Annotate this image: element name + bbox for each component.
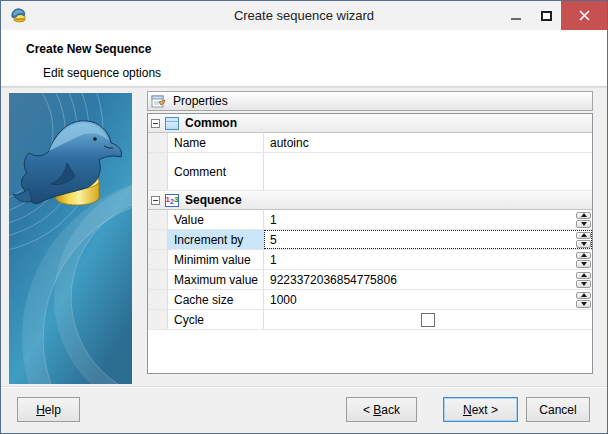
row-gutter <box>148 250 168 269</box>
spin-up-button[interactable] <box>576 292 591 300</box>
close-button[interactable] <box>561 1 607 30</box>
maximum-value-field[interactable]: 9223372036854775806 <box>264 270 575 289</box>
grid-empty-area <box>148 330 592 373</box>
down-arrow-icon <box>581 222 587 226</box>
cache-size-field[interactable]: 1000 <box>264 290 575 309</box>
sidebar-artwork <box>9 93 132 384</box>
group-header-common[interactable]: Common <box>148 114 592 133</box>
wizard-content: Properties Common Name autoinc <box>1 88 607 388</box>
row-gutter <box>148 270 168 289</box>
group-title: Common <box>185 116 237 130</box>
property-row-cycle[interactable]: Cycle <box>148 310 592 330</box>
properties-icon <box>151 94 166 109</box>
down-arrow-icon <box>581 242 587 246</box>
numeric-123-icon: 123 <box>165 194 179 207</box>
property-row-increment-by[interactable]: Increment by 5 <box>148 230 592 250</box>
cancel-button[interactable]: Cancel <box>526 397 590 422</box>
spin-down-button[interactable] <box>576 220 591 228</box>
up-arrow-icon <box>581 293 587 297</box>
minimize-button[interactable] <box>501 1 531 30</box>
row-gutter <box>148 290 168 309</box>
down-arrow-icon <box>581 302 587 306</box>
create-sequence-wizard-window: Create sequence wizard Create New Sequen… <box>0 0 608 434</box>
property-row-cache-size[interactable]: Cache size 1000 <box>148 290 592 310</box>
property-row-value[interactable]: Value 1 <box>148 210 592 230</box>
spin-up-button[interactable] <box>576 272 591 280</box>
back-button[interactable]: < Back <box>346 397 417 422</box>
down-arrow-icon <box>581 262 587 266</box>
property-label: Minimim value <box>168 250 264 269</box>
property-label: Name <box>168 133 264 152</box>
spinner <box>575 270 592 289</box>
increment-by-field[interactable]: 5 <box>264 230 575 249</box>
row-gutter <box>148 210 168 229</box>
maximize-icon <box>541 11 552 21</box>
spin-up-button[interactable] <box>576 252 591 260</box>
row-gutter <box>148 133 168 152</box>
value-field[interactable]: 1 <box>264 210 575 229</box>
property-label: Cache size <box>168 290 264 309</box>
property-label: Cycle <box>168 310 264 329</box>
property-label: Value <box>168 210 264 229</box>
row-gutter <box>148 153 168 190</box>
comment-value-field[interactable] <box>264 153 592 190</box>
spinner <box>575 230 592 249</box>
spin-down-button[interactable] <box>576 260 591 268</box>
row-gutter <box>148 230 168 249</box>
maximize-button[interactable] <box>531 1 561 30</box>
spin-up-button[interactable] <box>576 232 591 240</box>
properties-header-bar[interactable]: Properties <box>147 91 593 111</box>
property-label: Maximum value <box>168 270 264 289</box>
close-icon <box>579 10 590 21</box>
properties-header-label: Properties <box>173 94 228 108</box>
collapse-icon[interactable] <box>151 196 160 205</box>
minimum-value-field[interactable]: 1 <box>264 250 575 269</box>
group-title: Sequence <box>185 193 242 207</box>
up-arrow-icon <box>581 213 587 217</box>
properties-panel: Properties Common Name autoinc <box>147 91 593 374</box>
titlebar[interactable]: Create sequence wizard <box>1 1 607 30</box>
spinner <box>575 290 592 309</box>
properties-grid: Common Name autoinc Comment <box>147 113 593 374</box>
spin-down-button[interactable] <box>576 240 591 248</box>
group-header-sequence[interactable]: 123 Sequence <box>148 191 592 210</box>
caption-buttons <box>501 1 607 30</box>
property-row-name[interactable]: Name autoinc <box>148 133 592 153</box>
row-gutter <box>148 310 168 329</box>
collapse-icon[interactable] <box>151 119 160 128</box>
down-arrow-icon <box>581 282 587 286</box>
spinner <box>575 250 592 269</box>
property-label: Comment <box>168 153 264 190</box>
property-row-maximum-value[interactable]: Maximum value 9223372036854775806 <box>148 270 592 290</box>
name-value-field[interactable]: autoinc <box>264 133 592 152</box>
up-arrow-icon <box>581 233 587 237</box>
help-button[interactable]: Help <box>17 397 80 422</box>
window-title: Create sequence wizard <box>234 1 374 30</box>
next-button[interactable]: Next > <box>443 397 518 422</box>
property-row-minimum-value[interactable]: Minimim value 1 <box>148 250 592 270</box>
property-row-comment[interactable]: Comment <box>148 153 592 191</box>
spin-down-button[interactable] <box>576 280 591 288</box>
wizard-footer: Help < Back Next > Cancel <box>1 386 607 433</box>
app-icon-dolphin <box>10 7 28 25</box>
wizard-step-subtitle: Edit sequence options <box>43 66 161 80</box>
wizard-step-title: Create New Sequence <box>26 42 151 56</box>
property-label: Increment by <box>168 230 264 249</box>
up-arrow-icon <box>581 273 587 277</box>
up-arrow-icon <box>581 253 587 257</box>
spinner <box>575 210 592 229</box>
cycle-checkbox[interactable] <box>421 313 435 327</box>
minimize-icon <box>511 18 521 20</box>
window-icon <box>165 117 179 130</box>
spin-down-button[interactable] <box>576 300 591 308</box>
wizard-header: Create New Sequence Edit sequence option… <box>1 30 607 87</box>
spin-up-button[interactable] <box>576 212 591 220</box>
